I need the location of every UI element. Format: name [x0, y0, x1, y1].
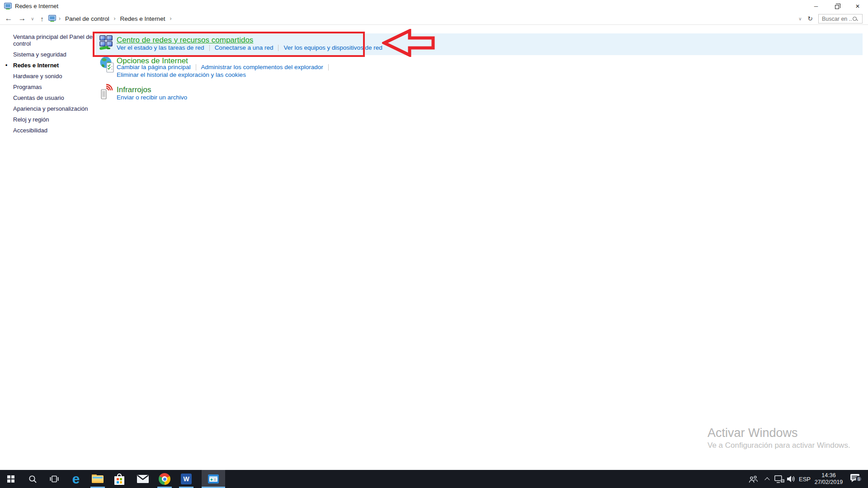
- up-button[interactable]: ↑: [37, 13, 47, 24]
- chevron-down-icon: ∨: [798, 16, 802, 21]
- sidebar-item-programas[interactable]: Programas: [13, 84, 101, 90]
- tray-time: 14:36: [821, 472, 835, 479]
- task-view-icon: [50, 475, 59, 483]
- link-administrar-complementos[interactable]: Administrar los complementos del explora…: [201, 64, 323, 70]
- forward-button[interactable]: →: [16, 13, 28, 24]
- taskbar: e W: [0, 470, 868, 488]
- search-input[interactable]: [819, 16, 852, 22]
- window-title: Redes e Internet: [15, 0, 58, 13]
- minimize-button[interactable]: ─: [806, 0, 826, 13]
- store-icon: [114, 474, 124, 485]
- taskbar-search-button[interactable]: [22, 470, 43, 488]
- control-panel-icon: [4, 3, 12, 10]
- internet-options-icon: [100, 56, 114, 75]
- activate-windows-watermark-sub: Ve a Configuración para activar Windows.: [708, 441, 850, 450]
- people-button[interactable]: [747, 470, 760, 488]
- close-button[interactable]: ✕: [847, 0, 868, 13]
- taskbar-mail-button[interactable]: [132, 470, 154, 488]
- breadcrumb-panel-de-control[interactable]: Panel de control: [65, 15, 109, 22]
- mail-icon: [137, 475, 149, 483]
- sidebar-item-reloj-y-region[interactable]: Reloj y región: [13, 116, 101, 123]
- control-panel-app-icon: [208, 474, 219, 484]
- annotation-arrow-icon: [382, 29, 435, 57]
- taskbar-word-button[interactable]: W: [175, 470, 197, 488]
- sidebar-item-accesibilidad[interactable]: Accesibilidad: [13, 127, 101, 134]
- task-view-button[interactable]: [43, 470, 65, 488]
- link-enviar-recibir-archivo[interactable]: Enviar o recibir un archivo: [117, 94, 187, 101]
- taskbar-file-explorer-button[interactable]: [87, 470, 108, 488]
- navigation-bar: ← → ∨ ↑ › Panel de control › Redes e Int…: [0, 13, 868, 25]
- taskbar-chrome-button[interactable]: [154, 470, 175, 488]
- file-explorer-icon: [92, 474, 104, 483]
- search-icon: [28, 475, 37, 483]
- chrome-icon: [159, 473, 170, 485]
- search-box[interactable]: [818, 14, 863, 23]
- word-letter: W: [183, 475, 189, 483]
- breadcrumb-separator-icon: ›: [170, 15, 171, 22]
- selected-bullet-icon: •: [5, 62, 7, 69]
- recent-locations-button[interactable]: ∨: [29, 13, 36, 24]
- chevron-down-icon: ∨: [31, 16, 34, 21]
- sidebar-item-redes-e-internet[interactable]: • Redes e Internet: [13, 62, 101, 69]
- clock[interactable]: 14:36 27/02/2019: [813, 470, 844, 488]
- sidebar-item-sistema-y-seguridad[interactable]: Sistema y seguridad: [13, 51, 101, 58]
- breadcrumb-redes-e-internet[interactable]: Redes e Internet: [120, 15, 165, 22]
- breadcrumb: › Panel de control › Redes e Internet ›: [59, 13, 171, 24]
- chevron-up-icon: [764, 477, 769, 482]
- start-button[interactable]: [0, 470, 22, 488]
- forward-icon: →: [19, 14, 26, 23]
- tray-date: 27/02/2019: [815, 479, 843, 486]
- close-icon: ✕: [855, 3, 860, 9]
- taskbar-control-panel-button[interactable]: [202, 470, 225, 488]
- annotation-highlight-box: [93, 32, 365, 57]
- refresh-button[interactable]: ↻: [806, 13, 815, 24]
- back-icon: ←: [5, 14, 13, 23]
- notification-badge: 1: [856, 476, 862, 482]
- sidebar-item-hardware-y-sonido[interactable]: Hardware y sonido: [13, 73, 101, 80]
- edge-icon: e: [72, 472, 80, 486]
- link-divider: [196, 64, 196, 70]
- people-icon: [749, 475, 759, 483]
- infrared-icon: [100, 83, 113, 102]
- link-eliminar-historial[interactable]: Eliminar el historial de exploración y l…: [117, 71, 246, 78]
- sidebar-item-home[interactable]: Ventana principal del Panel de control: [13, 33, 101, 47]
- restore-icon: [835, 5, 839, 9]
- sidebar: Ventana principal del Panel de control S…: [13, 33, 101, 138]
- refresh-icon: ↻: [807, 15, 813, 22]
- maximize-button[interactable]: [826, 0, 847, 13]
- breadcrumb-separator-icon: ›: [114, 15, 116, 22]
- search-icon: [852, 16, 858, 22]
- windows-logo-icon: [7, 475, 14, 483]
- show-hidden-icons-button[interactable]: [763, 470, 772, 488]
- back-button[interactable]: ←: [3, 13, 14, 24]
- action-center-button[interactable]: 1: [847, 470, 863, 488]
- title-bar: Redes e Internet ─ ✕: [0, 0, 868, 13]
- heading-infrarrojos[interactable]: Infrarrojos: [117, 85, 151, 94]
- network-button[interactable]: [774, 470, 785, 488]
- minimize-icon: ─: [814, 3, 818, 9]
- volume-button[interactable]: [785, 470, 797, 488]
- language-indicator[interactable]: ESP: [797, 470, 812, 488]
- speaker-icon: [787, 475, 796, 483]
- sidebar-item-label: Redes e Internet: [13, 62, 59, 69]
- address-location-icon: [48, 15, 56, 22]
- address-dropdown-button[interactable]: ∨: [797, 13, 804, 24]
- link-cambiar-pagina-principal[interactable]: Cambiar la página principal: [117, 64, 191, 70]
- up-icon: ↑: [40, 15, 44, 23]
- sidebar-item-apariencia[interactable]: Apariencia y personalización: [13, 105, 101, 112]
- control-panel-window: Redes e Internet ─ ✕ ← → ∨ ↑ › Panel de …: [0, 0, 868, 470]
- network-icon: [774, 475, 784, 483]
- breadcrumb-separator-icon: ›: [59, 15, 61, 22]
- taskbar-edge-button[interactable]: e: [65, 470, 87, 488]
- link-divider: [328, 64, 329, 70]
- word-icon: W: [181, 474, 192, 484]
- activate-windows-watermark: Activar Windows: [708, 426, 798, 440]
- sidebar-item-cuentas-de-usuario[interactable]: Cuentas de usuario: [13, 94, 101, 101]
- taskbar-store-button[interactable]: [108, 470, 130, 488]
